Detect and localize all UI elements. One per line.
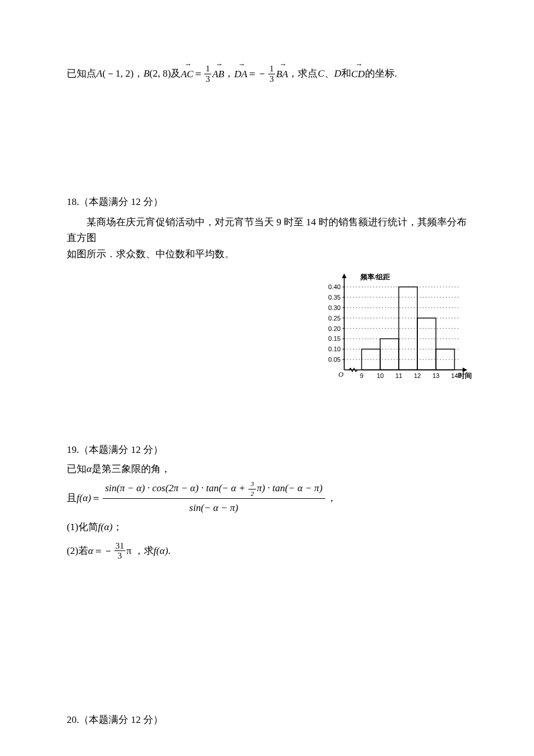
and-text: 及 bbox=[171, 66, 181, 81]
svg-text:0.10: 0.10 bbox=[329, 345, 341, 352]
vector-ac: →AC bbox=[181, 65, 193, 82]
vector-da: →DA bbox=[234, 65, 247, 82]
histogram-chart: 0.050.100.150.200.250.300.350.40频率/组距时间O… bbox=[311, 268, 473, 384]
q19-header: 19.（本题满分 12 分） bbox=[67, 442, 473, 458]
big-fraction: sin(π − α) · cos(2π − α) · tan(− α + 32π… bbox=[103, 480, 325, 516]
svg-text:0.05: 0.05 bbox=[329, 356, 341, 363]
eq: ＝－ bbox=[247, 66, 267, 81]
point-d: D bbox=[334, 66, 341, 81]
svg-text:14: 14 bbox=[451, 372, 458, 379]
part2-eq: ＝－ bbox=[93, 543, 113, 559]
question-20: 20.（本题满分 12 分） bbox=[67, 712, 473, 728]
svg-text:13: 13 bbox=[432, 372, 439, 379]
vector-cd: →CD bbox=[351, 65, 365, 82]
q19-t2: 是第三象限的角， bbox=[92, 461, 171, 477]
q19-t1: 已知 bbox=[67, 461, 86, 477]
q18-header: 18.（本题满分 12 分） bbox=[67, 194, 473, 210]
sep: ， bbox=[134, 66, 143, 81]
comma: ， bbox=[327, 490, 337, 506]
f-alpha: f(α) bbox=[77, 490, 91, 506]
denominator: sin(− α − π) bbox=[187, 499, 240, 516]
pi-text: π ， bbox=[127, 543, 144, 559]
question-19: 19.（本题满分 12 分） 已知 α 是第三象限的角， 且 f(α) ＝ si… bbox=[67, 442, 473, 561]
svg-text:0.15: 0.15 bbox=[329, 335, 341, 342]
svg-text:0.25: 0.25 bbox=[329, 314, 341, 321]
svg-marker-2 bbox=[342, 273, 347, 278]
svg-text:时间: 时间 bbox=[458, 372, 472, 380]
dun: 、 bbox=[324, 66, 334, 81]
numerator: sin(π − α) · cos(2π − α) · tan(− α + 32π… bbox=[103, 480, 325, 499]
q18-line1: 某商场在庆元宵促销活动中，对元宵节当天 9 时至 14 时的销售额进行统计，其频… bbox=[67, 214, 473, 246]
point-b-coords: (2, 8) bbox=[150, 66, 171, 81]
vector-ba: →BA bbox=[276, 65, 288, 82]
part2-end: . bbox=[168, 543, 171, 559]
point-c: C bbox=[317, 66, 324, 81]
fraction-1-3: 13 bbox=[204, 64, 211, 84]
svg-rect-34 bbox=[417, 318, 436, 369]
ask-text: 求点 bbox=[298, 66, 317, 81]
part1-end: ； bbox=[113, 519, 122, 535]
frac-31-3: 313 bbox=[114, 541, 125, 561]
question-18: 18.（本题满分 12 分） 某商场在庆元宵促销活动中，对元宵节当天 9 时至 … bbox=[67, 194, 473, 384]
alpha: α bbox=[86, 461, 92, 477]
q20-header: 20.（本题满分 12 分） bbox=[67, 712, 473, 728]
alpha2: α bbox=[88, 543, 93, 559]
svg-text:0.40: 0.40 bbox=[329, 283, 341, 290]
part1-label: (1)化简 bbox=[67, 519, 98, 535]
vector-ab: →AB bbox=[212, 65, 225, 82]
point-b-name: B bbox=[143, 66, 149, 81]
svg-text:O: O bbox=[338, 370, 344, 379]
fraction-neg-1-3: 13 bbox=[268, 64, 275, 84]
svg-text:0.20: 0.20 bbox=[329, 325, 341, 332]
svg-text:0.30: 0.30 bbox=[329, 304, 341, 311]
sep: ， bbox=[224, 66, 234, 81]
svg-text:0.35: 0.35 bbox=[329, 294, 341, 301]
svg-text:频率/组距: 频率/组距 bbox=[360, 273, 390, 281]
svg-text:9: 9 bbox=[360, 372, 363, 379]
f-alpha-1: f(α) bbox=[98, 519, 113, 535]
svg-text:11: 11 bbox=[395, 372, 402, 379]
f-alpha-2: f(α) bbox=[154, 543, 168, 559]
and2-text: 和 bbox=[341, 66, 351, 81]
q17-text: 已知点 bbox=[67, 66, 96, 81]
point-a-name: A bbox=[96, 66, 102, 81]
part2-ask: 求 bbox=[144, 543, 154, 559]
suffix-text: 的坐标. bbox=[365, 66, 397, 81]
q19-prefix: 且 bbox=[67, 490, 77, 506]
svg-rect-32 bbox=[380, 339, 399, 370]
svg-text:12: 12 bbox=[414, 372, 421, 379]
question-17: 已知点 A (－1, 2) ， B (2, 8) 及 →AC ＝ 13 →AB … bbox=[67, 64, 473, 84]
eq: ＝ bbox=[91, 490, 101, 506]
part2-a: (2)若 bbox=[67, 543, 88, 559]
eq: ＝ bbox=[193, 66, 203, 81]
q18-line2: 如图所示．求众数、中位数和平均数。 bbox=[67, 246, 473, 262]
point-a-coords: (－1, 2) bbox=[102, 66, 134, 81]
sep: ， bbox=[288, 66, 298, 81]
svg-text:10: 10 bbox=[377, 372, 384, 379]
